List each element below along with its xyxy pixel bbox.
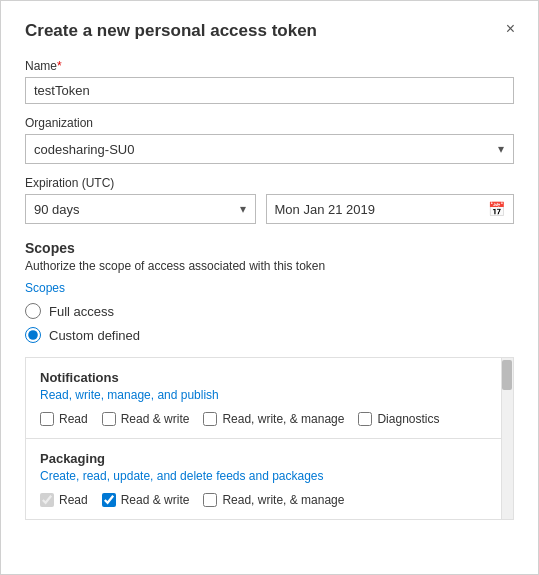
scopes-sub-label: Scopes [25, 281, 514, 295]
notif-read-item[interactable]: Read [40, 412, 88, 426]
org-field-group: Organization codesharing-SU0 ▾ [25, 116, 514, 164]
pkg-readwritemanage-checkbox[interactable] [203, 493, 217, 507]
notif-readwrite-label: Read & write [121, 412, 190, 426]
pkg-read-label: Read [59, 493, 88, 507]
notif-diagnostics-checkbox[interactable] [358, 412, 372, 426]
notif-read-label: Read [59, 412, 88, 426]
notifications-desc: Read, write, manage, and publish [40, 388, 493, 402]
create-token-dialog: Create a new personal access token × Nam… [0, 0, 539, 575]
notif-readwritemanage-item[interactable]: Read, write, & manage [203, 412, 344, 426]
notifications-title: Notifications [40, 370, 493, 385]
notif-readwritemanage-label: Read, write, & manage [222, 412, 344, 426]
pkg-readwrite-item[interactable]: Read & write [102, 493, 190, 507]
name-label: Name* [25, 59, 514, 73]
full-access-radio-item[interactable]: Full access [25, 303, 514, 319]
pkg-readwritemanage-item[interactable]: Read, write, & manage [203, 493, 344, 507]
dialog-title: Create a new personal access token [25, 21, 514, 41]
expiration-row: 90 days ▾ 📅 [25, 194, 514, 224]
calendar-icon: 📅 [488, 201, 505, 217]
org-select-wrapper: codesharing-SU0 ▾ [25, 134, 514, 164]
date-input[interactable] [275, 202, 483, 217]
notif-read-checkbox[interactable] [40, 412, 54, 426]
packaging-title: Packaging [40, 451, 493, 466]
notif-readwrite-item[interactable]: Read & write [102, 412, 190, 426]
required-star: * [57, 59, 62, 73]
pkg-readwritemanage-label: Read, write, & manage [222, 493, 344, 507]
scope-radio-group: Full access Custom defined [25, 303, 514, 343]
scopes-content-area: Notifications Read, write, manage, and p… [25, 357, 514, 520]
name-input[interactable] [25, 77, 514, 104]
expiration-label: Expiration (UTC) [25, 176, 514, 190]
packaging-checkboxes: Read Read & write Read, write, & manage [40, 493, 493, 507]
date-input-wrapper[interactable]: 📅 [266, 194, 515, 224]
notifications-checkboxes: Read Read & write Read, write, & manage … [40, 412, 493, 426]
expiration-select-wrapper: 90 days ▾ [25, 194, 256, 224]
notif-readwrite-checkbox[interactable] [102, 412, 116, 426]
scroll-thumb [502, 360, 512, 390]
full-access-radio[interactable] [25, 303, 41, 319]
notif-readwritemanage-checkbox[interactable] [203, 412, 217, 426]
pkg-read-checkbox[interactable] [40, 493, 54, 507]
notif-diagnostics-label: Diagnostics [377, 412, 439, 426]
packaging-desc: Create, read, update, and delete feeds a… [40, 469, 493, 483]
close-button[interactable]: × [501, 19, 520, 39]
scopes-description: Authorize the scope of access associated… [25, 259, 514, 273]
notif-diagnostics-item[interactable]: Diagnostics [358, 412, 439, 426]
org-label: Organization [25, 116, 514, 130]
notifications-group: Notifications Read, write, manage, and p… [26, 358, 513, 439]
pkg-readwrite-label: Read & write [121, 493, 190, 507]
scopes-section: Scopes Authorize the scope of access ass… [25, 240, 514, 520]
pkg-readwrite-checkbox[interactable] [102, 493, 116, 507]
pkg-read-item[interactable]: Read [40, 493, 88, 507]
scopes-title: Scopes [25, 240, 514, 256]
packaging-group: Packaging Create, read, update, and dele… [26, 439, 513, 519]
custom-defined-radio[interactable] [25, 327, 41, 343]
name-field-group: Name* [25, 59, 514, 116]
expiration-select[interactable]: 90 days [25, 194, 256, 224]
expiration-field-group: Expiration (UTC) 90 days ▾ 📅 [25, 176, 514, 224]
org-select[interactable]: codesharing-SU0 [25, 134, 514, 164]
custom-defined-radio-item[interactable]: Custom defined [25, 327, 514, 343]
full-access-label: Full access [49, 304, 114, 319]
scrollbar[interactable] [501, 358, 513, 519]
custom-defined-label: Custom defined [49, 328, 140, 343]
